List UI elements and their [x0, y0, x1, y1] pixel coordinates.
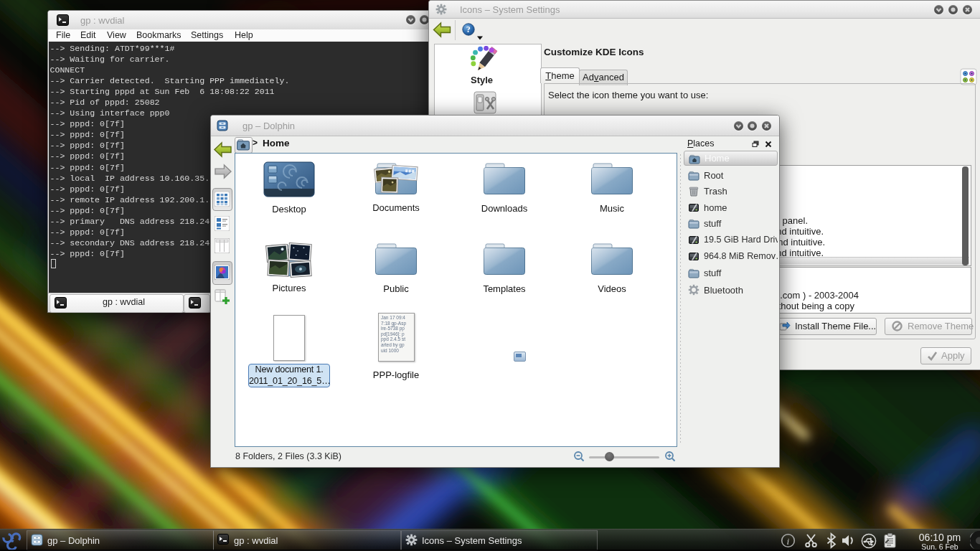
svg-text:?: ?	[466, 25, 471, 34]
svg-text:i: i	[787, 536, 790, 547]
